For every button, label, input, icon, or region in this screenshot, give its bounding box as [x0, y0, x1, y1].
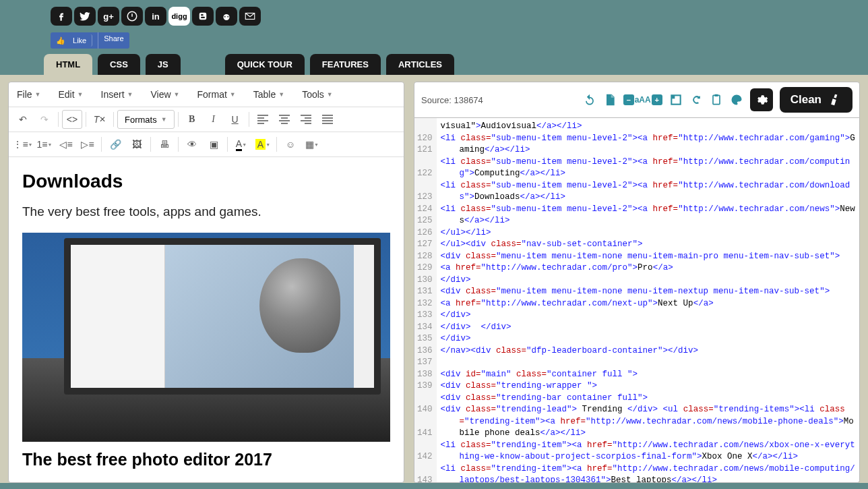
- svg-point-4: [224, 14, 230, 20]
- blogger-icon[interactable]: [192, 7, 214, 26]
- tab-css[interactable]: CSS: [98, 54, 140, 75]
- content-paragraph: The very best free tools, apps and games…: [22, 204, 390, 219]
- email-icon[interactable]: [239, 7, 261, 26]
- tab-html[interactable]: HTML: [44, 54, 92, 75]
- bg-color-button[interactable]: A▼: [253, 135, 273, 154]
- menu-file[interactable]: File▼: [14, 85, 43, 104]
- twitter-icon[interactable]: [74, 7, 96, 26]
- visual-editor-panel: File▼ Edit▼ Insert▼ View▼ Format▼ Table▼…: [8, 82, 404, 483]
- toolbar-row-2: ⋮≡▼ 1≡▼ ◁≡ ▷≡ 🔗 🖼 🖶 👁 ▣ A▼ A▼ ☺ ▦▼: [9, 132, 404, 157]
- content-image: [22, 233, 390, 442]
- revert-icon[interactable]: [583, 93, 596, 107]
- bold-button[interactable]: B: [182, 110, 202, 129]
- fb-like-button[interactable]: 👍 Like: [51, 32, 98, 49]
- stumbleupon-icon[interactable]: [121, 7, 143, 26]
- svg-point-6: [227, 16, 228, 18]
- menu-table[interactable]: Table▼: [251, 85, 287, 104]
- source-header: Source: 138674 – aAA + Clean: [414, 82, 860, 118]
- svg-rect-3: [201, 17, 205, 18]
- redo-button[interactable]: ↷: [34, 110, 55, 129]
- undo-button[interactable]: ↶: [13, 110, 33, 129]
- toolbar-row-1: ↶ ↷ <> T✕ Formats▼ B I U: [9, 107, 404, 132]
- tab-articles[interactable]: ARTICLES: [386, 54, 454, 75]
- content-subheading: The best free photo editor 2017: [22, 450, 390, 469]
- link-button[interactable]: 🔗: [105, 135, 125, 154]
- linkedin-icon[interactable]: in: [145, 7, 166, 26]
- svg-rect-9: [671, 95, 675, 98]
- clipboard-icon[interactable]: [710, 93, 723, 107]
- new-doc-icon[interactable]: [603, 93, 617, 107]
- svg-rect-10: [713, 95, 720, 104]
- svg-point-5: [224, 16, 226, 18]
- font-size-control[interactable]: – aAA +: [623, 94, 662, 105]
- source-panel: Source: 138674 – aAA + Clean 12012112212…: [414, 82, 860, 483]
- font-larger-icon: +: [652, 94, 662, 105]
- menu-view[interactable]: View▼: [148, 85, 182, 104]
- print-button[interactable]: 🖶: [154, 135, 175, 154]
- svg-rect-2: [201, 14, 204, 16]
- italic-button[interactable]: I: [204, 110, 224, 129]
- indent-button[interactable]: ▷≡: [78, 135, 98, 154]
- reddit-icon[interactable]: [216, 7, 237, 26]
- facebook-icon[interactable]: [51, 7, 72, 26]
- menu-format[interactable]: Format▼: [194, 85, 238, 104]
- emoji-button[interactable]: ☺: [280, 135, 301, 154]
- settings-button[interactable]: [750, 88, 773, 111]
- refresh-icon[interactable]: [689, 93, 703, 107]
- menu-edit[interactable]: Edit▼: [55, 85, 86, 104]
- tab-quicktour[interactable]: QUICK TOUR: [225, 54, 305, 75]
- panels-container: File▼ Edit▼ Insert▼ View▼ Format▼ Table▼…: [0, 75, 868, 483]
- numbered-list-button[interactable]: 1≡▼: [34, 135, 55, 154]
- fb-like-widget: 👍 Like Share: [51, 32, 129, 49]
- content-heading: Downloads: [22, 171, 390, 192]
- bullet-list-button[interactable]: ⋮≡▼: [13, 135, 33, 154]
- code-editor[interactable]: 1201211221231241251261271281291301311321…: [414, 118, 860, 483]
- tabs-row: HTML CSS JS QUICK TOUR FEATURES ARTICLES: [0, 54, 868, 75]
- table-button[interactable]: ▦▼: [302, 135, 322, 154]
- source-code-button[interactable]: <>: [62, 110, 82, 129]
- fb-share-button[interactable]: Share: [98, 32, 129, 49]
- source-label: Source: 138674: [421, 95, 483, 105]
- text-color-button[interactable]: A▼: [231, 135, 251, 154]
- align-center-button[interactable]: [274, 110, 294, 129]
- svg-rect-1: [199, 13, 207, 20]
- gplus-icon[interactable]: g+: [98, 7, 119, 26]
- font-smaller-icon: –: [623, 94, 634, 105]
- line-gutter: 1201211221231241251261271281291301311321…: [414, 118, 437, 482]
- align-justify-button[interactable]: [317, 110, 338, 129]
- image-button[interactable]: 🖼: [127, 135, 147, 154]
- tab-js[interactable]: JS: [146, 54, 181, 75]
- clear-formatting-button[interactable]: T✕: [90, 110, 110, 129]
- align-right-button[interactable]: [296, 110, 316, 129]
- clean-button[interactable]: Clean: [780, 87, 852, 113]
- underline-button[interactable]: U: [225, 110, 245, 129]
- menu-tools[interactable]: Tools▼: [299, 85, 336, 104]
- code-lines[interactable]: visual">Audiovisual</a></li><li class="s…: [437, 118, 859, 482]
- digg-icon[interactable]: digg: [168, 7, 190, 26]
- preview-button[interactable]: 👁: [182, 135, 202, 154]
- menubar: File▼ Edit▼ Insert▼ View▼ Format▼ Table▼…: [9, 82, 404, 107]
- outdent-button[interactable]: ◁≡: [56, 135, 76, 154]
- font-aA-label: aAA: [635, 95, 651, 105]
- tab-features[interactable]: FEATURES: [310, 54, 381, 75]
- align-left-button[interactable]: [253, 110, 273, 129]
- svg-rect-11: [714, 94, 718, 96]
- menu-insert[interactable]: Insert▼: [98, 85, 136, 104]
- formats-dropdown[interactable]: Formats▼: [117, 110, 175, 129]
- social-bar: g+ in digg: [0, 0, 868, 29]
- palette-icon[interactable]: [730, 93, 743, 107]
- media-button[interactable]: ▣: [204, 135, 224, 154]
- editor-content[interactable]: Downloads The very best free tools, apps…: [9, 157, 404, 482]
- compress-icon[interactable]: [669, 93, 683, 107]
